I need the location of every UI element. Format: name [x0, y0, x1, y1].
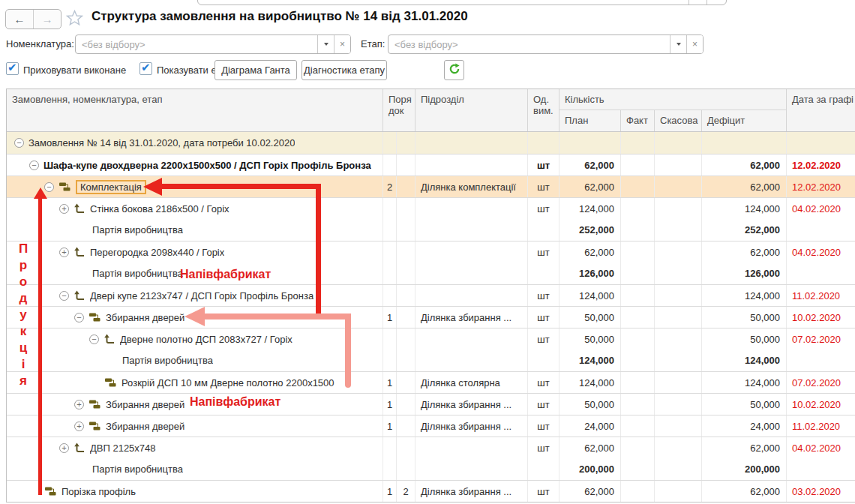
header-department[interactable]: Підрозділ — [416, 89, 528, 131]
row-label: Дверне полотно ДСП 2083х727 / Горіх — [120, 334, 292, 345]
order2-cell — [397, 262, 416, 284]
header-quantity[interactable]: Кількість — [560, 89, 786, 110]
order2-cell — [397, 458, 416, 480]
cancel-cell — [655, 198, 702, 219]
unit-cell: шт — [528, 154, 560, 176]
table-row[interactable]: Партія виробництва126,000126,000 — [7, 262, 855, 284]
fact-cell — [621, 328, 655, 350]
expand-icon[interactable]: + — [59, 248, 69, 257]
gantt-chart-button[interactable]: Діаграма Ганта — [214, 60, 297, 80]
fact-cell — [621, 416, 655, 436]
material-icon — [104, 334, 116, 344]
header-tree[interactable]: Замовлення, номенклатура, етап — [7, 89, 383, 131]
expand-icon[interactable]: + — [59, 204, 69, 214]
department-cell — [416, 458, 528, 480]
back-button[interactable]: ← — [6, 10, 34, 28]
clipped-top-field — [197, 0, 727, 5]
row-label: Партія виробництва — [92, 224, 183, 236]
divider — [706, 0, 707, 4]
fact-cell — [621, 307, 655, 328]
tree-cell: +ДВП 2125х748 — [7, 437, 383, 458]
department-cell — [416, 437, 528, 458]
cancel-cell — [655, 394, 702, 415]
show-stages-checkbox[interactable]: ✔ — [140, 62, 152, 75]
order2-cell — [397, 307, 416, 328]
date-cell: 12.02.2020 — [787, 154, 855, 176]
nomenclature-dropdown-button[interactable] — [317, 35, 334, 53]
unit-cell: шт — [528, 176, 560, 197]
collapse-icon[interactable]: − — [14, 138, 24, 148]
stage-clear-button[interactable]: × — [686, 35, 703, 53]
table-row[interactable]: Порізка профіль12Ділянка збирання ...шт6… — [7, 480, 855, 502]
forward-button[interactable]: → — [34, 10, 61, 28]
table-row[interactable]: +Збирання дверей1Ділянка збирання ...шт5… — [7, 393, 855, 415]
table-row[interactable]: +Стінка бокова 2186х500 / Горіхшт124,000… — [7, 197, 855, 219]
table-row[interactable]: +ДВП 2125х748шт62,00062,00004.02.2020 — [7, 436, 855, 458]
favorite-star-icon[interactable] — [66, 10, 83, 29]
collapse-icon[interactable]: − — [74, 313, 84, 322]
header-fact[interactable]: Факт — [621, 110, 655, 131]
nomenclature-input[interactable] — [76, 35, 317, 53]
table-row[interactable]: −Комплектація2Ділянка комплектаціїшт62,0… — [7, 176, 855, 197]
department-cell — [416, 242, 528, 262]
department-cell — [416, 328, 528, 350]
header-order[interactable]: Поря док — [383, 89, 416, 131]
row-label: Двері купе 2123х747 / ДСП Горіх Профіль … — [90, 290, 314, 302]
order-cell — [383, 328, 397, 350]
plan-cell: 252,000 — [560, 219, 621, 241]
stage-input[interactable] — [388, 35, 670, 53]
stage-dropdown-button[interactable] — [670, 35, 686, 53]
refresh-button[interactable] — [444, 60, 464, 80]
chevron-down-icon — [324, 43, 328, 46]
hide-done-label[interactable]: Приховувати виконане — [23, 64, 126, 76]
cancel-cell — [655, 242, 702, 262]
history-nav: ← → — [5, 9, 62, 29]
stage-diagnostics-button[interactable]: Діагностика етапу — [302, 60, 387, 80]
deficit-cell: 126,000 — [702, 262, 787, 284]
unit-cell: шт — [528, 437, 560, 458]
order2-cell — [397, 350, 416, 371]
header-date[interactable]: Дата за графі — [787, 89, 855, 131]
clear-icon: × — [692, 40, 698, 49]
collapse-icon[interactable]: − — [59, 291, 69, 301]
table-row[interactable]: Розкрій ДСП 10 мм Дверне полотно 2200х15… — [7, 371, 855, 393]
order-structure-table: Замовлення, номенклатура, етап Поря док … — [6, 88, 855, 502]
header-deficit[interactable]: Дефіцит — [702, 110, 787, 131]
collapse-icon[interactable]: − — [29, 160, 39, 170]
plan-cell: 62,000 — [560, 242, 621, 262]
unit-cell — [528, 350, 560, 371]
expand-icon[interactable]: + — [74, 422, 84, 431]
collapse-icon[interactable]: − — [89, 334, 99, 344]
order2-cell — [397, 416, 416, 436]
header-plan[interactable]: План — [560, 110, 621, 131]
fact-cell — [621, 394, 655, 415]
row-label: Збирання дверей — [106, 312, 184, 323]
expand-icon[interactable]: + — [74, 400, 84, 410]
deficit-cell: 50,000 — [702, 394, 787, 415]
order2-cell — [397, 285, 416, 306]
row-label: Збирання дверей — [106, 421, 184, 432]
table-row[interactable]: Партія виробництва200,000200,000 — [7, 458, 855, 480]
deficit-cell: 124,000 — [702, 372, 787, 393]
table-row[interactable]: Партія виробництва252,000252,000 — [7, 219, 855, 241]
header-unit[interactable]: Од. вим. — [528, 89, 560, 131]
department-cell: Ділянка збирання ... — [416, 307, 528, 328]
table-row[interactable]: −Шафа-купе двохдверна 2200х1500х500 / ДС… — [7, 154, 855, 176]
table-row[interactable]: −Збирання дверей1Ділянка збирання ...шт5… — [7, 306, 855, 328]
table-row[interactable]: +Збирання дверей1Ділянка збирання ...шт2… — [7, 415, 855, 436]
table-row[interactable]: −Дверне полотно ДСП 2083х727 / Горіхшт50… — [7, 328, 855, 350]
table-row[interactable]: Партія виробництва124,000124,000 — [7, 350, 855, 371]
collapse-icon[interactable]: − — [44, 182, 54, 192]
hide-done-checkbox[interactable]: ✔ — [6, 62, 19, 75]
nomenclature-clear-button[interactable]: × — [334, 35, 350, 53]
date-cell: 11.02.2020 — [787, 416, 855, 436]
table-row[interactable]: +Перегородка 2098х440 / Горіхшт62,00062,… — [7, 241, 855, 262]
date-cell — [787, 350, 855, 371]
table-row[interactable]: −Двері купе 2123х747 / ДСП Горіх Профіль… — [7, 284, 855, 306]
fact-cell — [621, 154, 655, 176]
header-cancel[interactable]: Скасова — [655, 110, 702, 131]
table-row[interactable]: −Замовлення № 14 від 31.01.2020, дата по… — [7, 132, 855, 154]
order-cell — [383, 458, 397, 480]
expand-icon[interactable]: + — [59, 443, 69, 453]
tree-cell: −Замовлення № 14 від 31.01.2020, дата по… — [7, 132, 383, 154]
